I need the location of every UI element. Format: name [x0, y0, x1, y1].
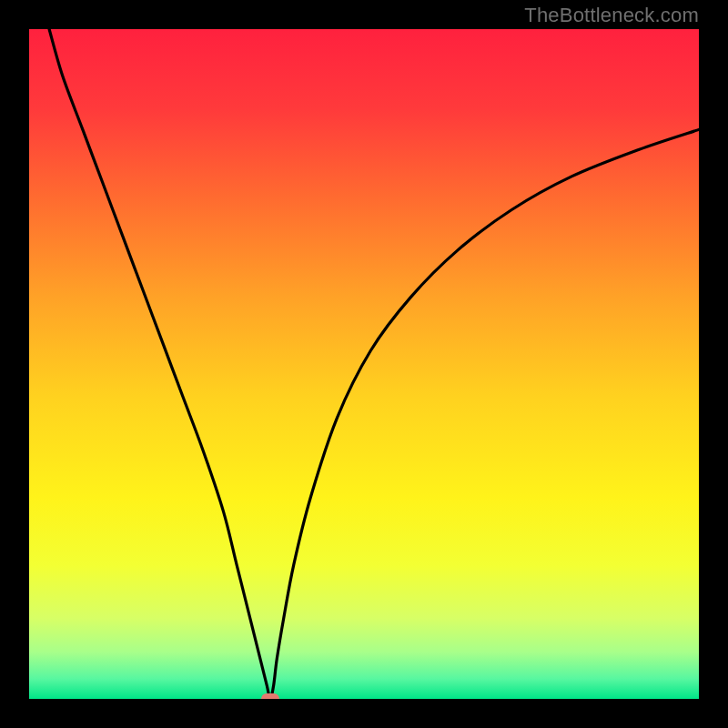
minimum-marker [261, 693, 279, 699]
chart-frame: TheBottleneck.com [0, 0, 728, 728]
bottleneck-curve [29, 29, 699, 699]
plot-area [29, 29, 699, 699]
watermark-text: TheBottleneck.com [524, 4, 699, 27]
